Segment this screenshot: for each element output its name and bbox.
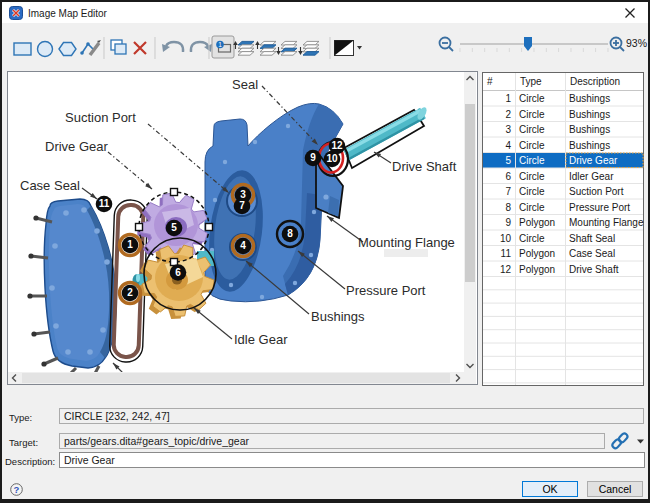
svg-text:Polygon: Polygon — [519, 264, 555, 275]
svg-text:#: # — [487, 76, 493, 87]
svg-text:Polygon: Polygon — [519, 217, 555, 228]
svg-text:9: 9 — [505, 217, 511, 228]
svg-text:Bushings: Bushings — [569, 109, 610, 120]
svg-text:Description: Description — [570, 76, 620, 87]
svg-text:2: 2 — [505, 109, 511, 120]
svg-text:Idler Gear: Idler Gear — [569, 171, 614, 182]
svg-text:2: 2 — [127, 287, 133, 298]
svg-text:Pressure Port: Pressure Port — [346, 283, 426, 298]
svg-text:Drive Gear: Drive Gear — [569, 155, 618, 166]
svg-text:Suction Port: Suction Port — [65, 110, 136, 125]
svg-text:Circle: Circle — [519, 233, 545, 244]
svg-text:Suction Port: Suction Port — [569, 186, 624, 197]
svg-text:Case Seal: Case Seal — [20, 178, 80, 193]
svg-text:12: 12 — [331, 140, 343, 151]
svg-text:Case Seal: Case Seal — [569, 248, 615, 259]
svg-text:93%: 93% — [626, 37, 647, 49]
svg-text:Mounting Flange: Mounting Flange — [569, 217, 644, 228]
svg-text:Bushings: Bushings — [569, 124, 610, 135]
svg-text:Circle: Circle — [519, 140, 545, 151]
svg-text:11: 11 — [501, 248, 512, 259]
svg-text:?: ? — [14, 484, 20, 495]
svg-text:Shaft Seal: Shaft Seal — [569, 233, 615, 244]
svg-text:Mounting Flange: Mounting Flange — [358, 235, 455, 250]
svg-text:8: 8 — [505, 202, 511, 213]
svg-text:Circle: Circle — [519, 202, 545, 213]
svg-text:4: 4 — [240, 240, 246, 251]
svg-text:1: 1 — [127, 239, 133, 250]
svg-text:7: 7 — [239, 200, 245, 211]
svg-text:12: 12 — [500, 264, 512, 275]
svg-text:5: 5 — [505, 155, 511, 166]
svg-text:8: 8 — [287, 228, 293, 239]
svg-text:Circle: Circle — [519, 93, 545, 104]
svg-text:Bushings: Bushings — [311, 309, 365, 324]
svg-text:Circle: Circle — [519, 124, 545, 135]
svg-text:Idle Gear: Idle Gear — [234, 332, 288, 347]
svg-text:4: 4 — [505, 140, 511, 151]
svg-text:6: 6 — [505, 171, 511, 182]
svg-text:5: 5 — [171, 222, 177, 233]
svg-text:Circle: Circle — [519, 186, 545, 197]
svg-text:9: 9 — [310, 152, 316, 163]
svg-text:Bushings: Bushings — [569, 140, 610, 151]
svg-text:Bushings: Bushings — [569, 93, 610, 104]
svg-text:3: 3 — [505, 124, 511, 135]
svg-text:6: 6 — [175, 267, 181, 278]
svg-text:Seal: Seal — [232, 77, 258, 92]
svg-text:11: 11 — [99, 198, 110, 209]
svg-text:Drive Shaft: Drive Shaft — [569, 264, 619, 275]
svg-text:Polygon: Polygon — [519, 248, 555, 259]
svg-text:1: 1 — [505, 93, 511, 104]
svg-text:Drive Shaft: Drive Shaft — [392, 159, 457, 174]
svg-text:Pressure Port: Pressure Port — [569, 202, 630, 213]
svg-text:Circle: Circle — [519, 171, 545, 182]
svg-text:10: 10 — [500, 233, 512, 244]
svg-text:Drive Gear: Drive Gear — [45, 139, 109, 154]
svg-text:Type: Type — [520, 76, 542, 87]
svg-text:7: 7 — [505, 186, 511, 197]
svg-text:1: 1 — [218, 41, 222, 48]
svg-text:Circle: Circle — [519, 109, 545, 120]
svg-text:Circle: Circle — [519, 155, 545, 166]
svg-text:10: 10 — [326, 153, 338, 164]
